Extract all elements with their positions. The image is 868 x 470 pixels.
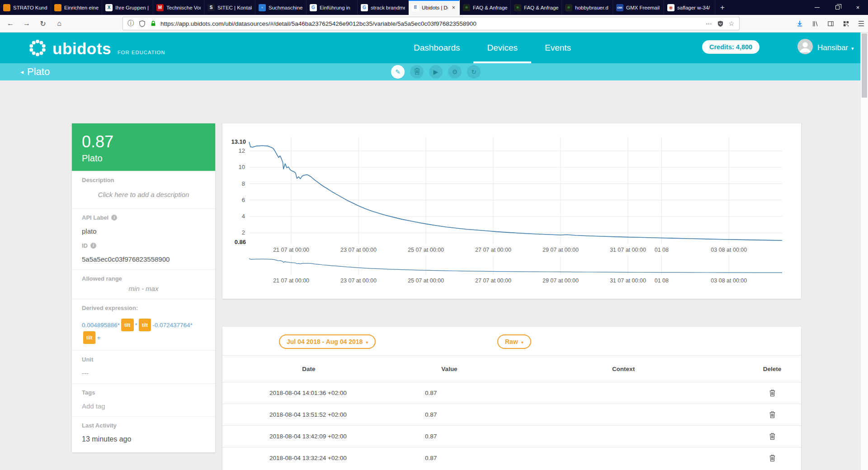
extensions-icon[interactable] — [839, 17, 853, 30]
allowed-range-value[interactable]: min - max — [82, 285, 205, 292]
browser-tab[interactable]: ✳FAQ & Anfrage — [460, 0, 511, 15]
variable-summary-card: 0.87 Plato — [72, 123, 215, 171]
values-table-card: Jul 04 2018 - Aug 04 2018 Raw DateValueC… — [222, 327, 801, 470]
browser-tab[interactable]: XIhre Gruppen | — [102, 0, 153, 15]
cell-date: 2018-08-04 14:01:36 +02:00 — [222, 390, 395, 396]
close-window-button[interactable]: × — [848, 0, 868, 15]
svg-text:12: 12 — [239, 147, 245, 154]
browser-tab[interactable]: ◉saflager w-34/ — [664, 0, 715, 15]
tab-title: hobbybrauer.d — [575, 5, 609, 10]
library-icon[interactable] — [808, 17, 822, 30]
variable-name[interactable]: Plato — [82, 153, 205, 164]
nav-item-events[interactable]: Events — [531, 33, 585, 63]
page-title: Plato — [27, 66, 50, 78]
delete-row-button[interactable] — [743, 390, 801, 396]
pocket-icon[interactable] — [716, 19, 724, 28]
browser-tab[interactable]: ▪Suchmaschine — [255, 0, 307, 15]
tilt-variable-badge[interactable]: tilt — [83, 331, 95, 344]
api-label-value[interactable]: plato — [82, 227, 205, 235]
browser-tab[interactable]: GEinführung in — [307, 0, 358, 15]
derived-expression-value[interactable]: 0.004895886*tilt*tilt-0.072437764*tilt+ — [82, 319, 205, 344]
url-text[interactable]: https://app.ubidots.com/ubi/datasources/… — [160, 20, 702, 27]
restore-button[interactable] — [827, 0, 848, 15]
expression-token[interactable]: 0.004895886* — [82, 322, 120, 329]
download-icon[interactable] — [793, 17, 807, 30]
cell-value: 0.87 — [395, 411, 504, 418]
tabbar-spacer — [730, 0, 807, 15]
minimize-button[interactable] — [807, 0, 827, 15]
variable-info-panel: 0.87 Plato Description Click here to add… — [72, 123, 215, 452]
delete-row-button[interactable] — [743, 411, 801, 418]
gear-icon: ⚙ — [452, 68, 458, 75]
svg-text:21 07 at 00:00: 21 07 at 00:00 — [273, 247, 309, 253]
date-range-button[interactable]: Jul 04 2018 - Aug 04 2018 — [279, 334, 376, 349]
ubidots-favicon: ⠿ — [412, 4, 419, 11]
browser-tab[interactable]: STRATO Kunde — [0, 0, 51, 15]
svg-text:4: 4 — [242, 213, 245, 220]
add-tag-input[interactable]: Add tag — [82, 402, 205, 410]
expression-token[interactable]: + — [97, 334, 100, 341]
page-scrollbar[interactable] — [860, 33, 868, 470]
overflow-icon[interactable]: ⋯ — [705, 19, 713, 28]
svg-text:25 07 at 00:00: 25 07 at 00:00 — [408, 247, 444, 253]
browser-tab[interactable]: ✳hobbybrauer.d — [562, 0, 613, 15]
tilt-variable-badge[interactable]: tilt — [139, 319, 151, 331]
new-tab-button[interactable]: + — [715, 0, 730, 15]
hobbybrauer-favicon: ✳ — [565, 4, 572, 11]
ubidots-dots-icon — [27, 38, 48, 60]
browser-tab[interactable]: MTechnische Vor — [153, 0, 204, 15]
nav-item-dashboards[interactable]: Dashboards — [400, 33, 473, 63]
run-button[interactable]: ▶ — [429, 65, 443, 79]
browser-tab[interactable]: ⠿Ubidots | De× — [409, 0, 460, 15]
page-info-icon[interactable]: ⓘ — [127, 19, 135, 28]
browser-tab[interactable]: SSITEC | Kontakt — [204, 0, 255, 15]
delete-variable-button[interactable] — [410, 65, 424, 79]
scrollbar-thumb[interactable] — [862, 33, 867, 98]
person-icon — [797, 39, 813, 54]
description-placeholder[interactable]: Click here to add a description — [82, 183, 205, 202]
edit-button[interactable]: ✎ — [391, 65, 405, 79]
raw-mode-button[interactable]: Raw — [497, 334, 531, 349]
tab-title: Einrichten eine — [64, 5, 99, 10]
forward-icon[interactable]: → — [20, 17, 33, 30]
browser-tab[interactable]: ✳FAQ & Anfrage — [511, 0, 562, 15]
home-icon[interactable]: ⌂ — [52, 17, 66, 30]
last-activity-label: Last Activity — [82, 422, 205, 429]
tilt-variable-badge[interactable]: tilt — [121, 319, 133, 331]
info-icon[interactable] — [90, 243, 96, 249]
browser-tab[interactable]: GMXGMX Freemail — [613, 0, 664, 15]
close-tab-icon[interactable]: × — [451, 4, 456, 11]
svg-text:29 07 at 00:00: 29 07 at 00:00 — [542, 277, 579, 284]
settings-button[interactable]: ⚙ — [448, 65, 462, 79]
allowed-range-section: Allowed range min - max — [72, 269, 215, 299]
trash-icon — [414, 68, 420, 76]
menu-icon[interactable]: ☰ — [854, 17, 868, 30]
lock-icon[interactable] — [149, 19, 157, 28]
avatar[interactable] — [797, 39, 813, 54]
variable-last-value: 0.87 — [82, 132, 205, 151]
tab-title: STRATO Kunde — [13, 5, 47, 10]
expression-token[interactable]: * — [135, 322, 137, 329]
ubidots-logo[interactable]: ubidots FOR EDUCATION — [27, 38, 165, 60]
restore-icon — [835, 5, 840, 9]
info-icon[interactable] — [111, 215, 117, 221]
sidebar-icon[interactable] — [824, 17, 837, 30]
tracking-protection-icon[interactable] — [138, 19, 146, 28]
chart-card: 2468101213.100.8621 07 at 00:0021 07 at … — [222, 123, 801, 299]
nav-item-devices[interactable]: Devices — [473, 33, 531, 63]
svg-text:25 07 at 00:00: 25 07 at 00:00 — [408, 277, 444, 284]
credits-badge[interactable]: Credits: 4,800 — [702, 40, 760, 54]
refresh-button[interactable]: ↻ — [467, 65, 481, 79]
back-icon[interactable]: ← — [4, 17, 17, 30]
bookmark-star-icon[interactable]: ☆ — [727, 19, 736, 28]
delete-row-button[interactable] — [743, 455, 801, 461]
unit-value[interactable]: --- — [82, 369, 205, 377]
user-menu[interactable]: Hansibar — [817, 33, 854, 63]
browser-tab[interactable]: Einrichten eine — [51, 0, 102, 15]
reload-icon[interactable]: ↻ — [36, 17, 50, 30]
browser-tab[interactable]: Gstrack brandme — [358, 0, 409, 15]
back-arrow-icon[interactable]: ◂ — [20, 68, 24, 75]
delete-row-button[interactable] — [743, 433, 801, 440]
expression-token[interactable]: -0.072437764* — [152, 322, 193, 329]
url-bar[interactable]: ⓘ https://app.ubidots.com/ubi/datasource… — [123, 17, 740, 30]
